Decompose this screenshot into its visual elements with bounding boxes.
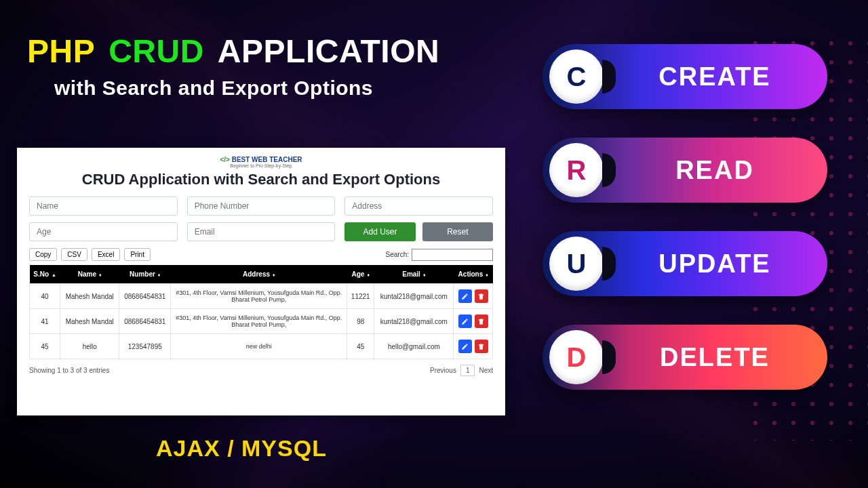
cell-sno: 41 — [30, 309, 60, 334]
cell-sno: 45 — [30, 334, 60, 359]
pill-read: R READ — [542, 138, 827, 203]
search-input[interactable] — [412, 249, 493, 261]
delete-icon[interactable] — [475, 340, 488, 353]
brand-sub: Beginner to Pro Step-by-Step — [29, 163, 493, 168]
headline: PHP CRUD APPLICATION with Search and Exp… — [27, 33, 439, 100]
csv-button[interactable]: CSV — [61, 248, 87, 261]
col-actions[interactable]: Actions♦ — [454, 265, 493, 284]
crud-pill-column: C CREATE R READ U UPDATE D DELETE — [542, 44, 827, 390]
pill-update-label: UPDATE — [616, 249, 827, 279]
cell-actions — [454, 309, 493, 334]
cell-name: Mahesh Mandal — [60, 284, 119, 309]
edit-icon[interactable] — [458, 314, 472, 328]
pill-delete-label: DELETE — [616, 343, 827, 372]
name-field[interactable] — [29, 197, 178, 216]
cell-name: Mahesh Mandal — [60, 309, 119, 334]
col-age[interactable]: Age♦ — [347, 265, 374, 284]
add-user-button[interactable]: Add User — [344, 222, 415, 241]
table-row: 41Mahesh Mandal08686454831#301, 4th Floo… — [30, 309, 493, 334]
sort-icon: ♦ — [367, 273, 370, 277]
sort-icon: ♦ — [158, 273, 161, 277]
pill-update-letter: U — [549, 237, 604, 291]
cell-email: kuntal218@gmail.com — [374, 284, 454, 309]
pill-create-letter: C — [549, 49, 604, 104]
sort-icon: ♦ — [423, 273, 426, 277]
pill-read-label: READ — [616, 156, 827, 185]
brand-logo-icon: </> — [220, 156, 229, 163]
cell-name: hello — [60, 334, 119, 359]
address-field[interactable] — [344, 197, 493, 216]
headline-sub: with Search and Export Options — [54, 77, 439, 100]
pager-page[interactable]: 1 — [460, 365, 475, 376]
headline-app: APPLICATION — [218, 33, 439, 70]
print-button[interactable]: Print — [124, 248, 151, 261]
form-grid: Add User Reset — [29, 197, 493, 241]
pager-next[interactable]: Next — [479, 367, 493, 374]
table-row: 40Mahesh Mandal08686454831#301, 4th Floo… — [30, 284, 493, 309]
pill-read-letter: R — [549, 143, 604, 197]
reset-button[interactable]: Reset — [422, 222, 493, 241]
sort-icon: ♦ — [486, 273, 488, 277]
cell-number: 123547895 — [119, 334, 171, 359]
age-field[interactable] — [29, 222, 178, 241]
edit-icon[interactable] — [458, 289, 472, 303]
excel-button[interactable]: Excel — [92, 248, 120, 261]
pill-create: C CREATE — [542, 44, 827, 109]
cell-address: new delhi — [171, 334, 347, 359]
pill-delete-letter: D — [549, 330, 604, 384]
pill-update: U UPDATE — [542, 231, 827, 296]
cell-email: hello@gmail.com — [374, 334, 454, 359]
brand: </> BEST WEB TEACHER — [29, 156, 493, 163]
cell-address: #301, 4th Floor, Vamsi Millenium, Yousuf… — [171, 284, 347, 309]
cell-actions — [454, 334, 493, 359]
table-row: 45hello123547895new delhi45hello@gmail.c… — [30, 334, 493, 359]
cell-email: kuntal218@gmail.com — [374, 309, 454, 334]
cell-address: #301, 4th Floor, Vamsi Millenium, Yousuf… — [171, 309, 347, 334]
col-number[interactable]: Number♦ — [119, 265, 171, 284]
cell-age: 45 — [347, 334, 374, 359]
panel-title: CRUD Application with Search and Export … — [29, 171, 493, 188]
headline-footer: AJAX / MYSQL — [156, 435, 327, 462]
headline-php: PHP — [27, 33, 95, 70]
phone-field[interactable] — [187, 197, 336, 216]
pill-create-label: CREATE — [616, 62, 827, 92]
export-row: Copy CSV Excel Print Search: — [29, 248, 493, 261]
copy-button[interactable]: Copy — [29, 248, 57, 261]
email-field[interactable] — [187, 222, 336, 241]
pager: Previous 1 Next — [430, 365, 493, 376]
edit-icon[interactable] — [458, 340, 472, 353]
col-sno[interactable]: S.No▲ — [30, 265, 60, 284]
delete-icon[interactable] — [475, 289, 488, 303]
cell-age: 98 — [347, 309, 374, 334]
col-name[interactable]: Name♦ — [60, 265, 119, 284]
sort-icon: ♦ — [99, 273, 102, 277]
app-panel: </> BEST WEB TEACHER Beginner to Pro Ste… — [17, 148, 505, 415]
brand-name: BEST WEB TEACHER — [232, 156, 302, 163]
table-info: Showing 1 to 3 of 3 entries — [29, 367, 109, 374]
col-address[interactable]: Address♦ — [171, 265, 347, 284]
cell-number: 08686454831 — [119, 309, 171, 334]
search-label: Search: — [386, 251, 409, 258]
cell-number: 08686454831 — [119, 284, 171, 309]
pill-delete: D DELETE — [542, 325, 827, 390]
data-table: S.No▲ Name♦ Number♦ Address♦ Age♦ Email♦… — [29, 265, 493, 359]
sort-icon: ▲ — [52, 273, 56, 277]
cell-age: 11221 — [347, 284, 374, 309]
pager-prev[interactable]: Previous — [430, 367, 456, 374]
cell-actions — [454, 284, 493, 309]
sort-icon: ♦ — [273, 273, 275, 277]
headline-crud: CRUD — [108, 33, 204, 70]
col-email[interactable]: Email♦ — [374, 265, 454, 284]
cell-sno: 40 — [30, 284, 60, 309]
delete-icon[interactable] — [475, 314, 488, 328]
